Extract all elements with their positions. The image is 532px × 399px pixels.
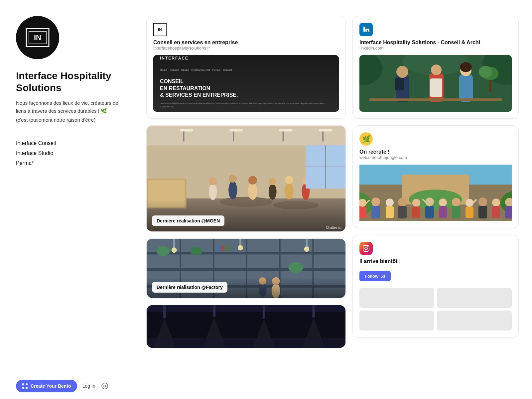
create-bento-button[interactable]: Create Your Bento bbox=[16, 380, 77, 392]
svg-rect-124 bbox=[505, 206, 512, 218]
follow-button[interactable]: Follow 53 bbox=[359, 271, 391, 281]
wtj-image bbox=[359, 165, 512, 221]
linkedin-card[interactable]: Interface Hospitality Solutions - Consei… bbox=[352, 16, 519, 119]
instagram-text-row: Il arrive bientôt ! bbox=[359, 258, 512, 264]
screenshot-nav: Home Conseil Studio Restaurant-vert Perm… bbox=[160, 68, 332, 71]
website-card-url: interfacehospitalitysolutions.fr bbox=[153, 46, 339, 51]
linkedin-header bbox=[359, 23, 512, 36]
mgen-caption: Chattez ici bbox=[326, 226, 341, 229]
svg-rect-83 bbox=[395, 78, 404, 90]
website-screenshot: INTERFACE Home Conseil Studio Restaurant… bbox=[153, 55, 339, 112]
sidebar: IN Interface Hospitality Solutions Nous … bbox=[0, 0, 140, 399]
dark-image bbox=[147, 305, 345, 348]
bottom-bar: Create Your Bento Log In bbox=[0, 373, 140, 399]
svg-rect-68 bbox=[163, 305, 166, 318]
svg-point-111 bbox=[425, 198, 434, 206]
nav-studio[interactable]: Interface Studio bbox=[16, 150, 124, 156]
svg-text:IN: IN bbox=[34, 33, 41, 42]
svg-rect-6 bbox=[26, 387, 28, 389]
instagram-grid bbox=[359, 288, 512, 331]
svg-rect-118 bbox=[466, 206, 473, 218]
company-name: Interface Hospitality Solutions bbox=[16, 70, 124, 94]
svg-rect-110 bbox=[412, 206, 420, 218]
instagram-icon bbox=[359, 242, 373, 255]
linkedin-card-url: linkedin.com bbox=[359, 46, 512, 51]
login-link[interactable]: Log In bbox=[82, 383, 95, 389]
create-bento-label: Create Your Bento bbox=[31, 383, 71, 389]
svg-point-105 bbox=[386, 199, 394, 206]
svg-rect-67 bbox=[147, 305, 345, 312]
instagram-grid-item-3 bbox=[359, 311, 434, 331]
factory-card[interactable]: Dernière réalisation @Factory bbox=[146, 238, 346, 298]
svg-point-89 bbox=[460, 62, 472, 72]
svg-rect-70 bbox=[263, 305, 265, 319]
left-column: IN Conseil en services en entreprise int… bbox=[146, 16, 346, 383]
follow-label: Follow bbox=[365, 274, 378, 279]
svg-rect-90 bbox=[369, 98, 502, 101]
svg-point-8 bbox=[104, 385, 106, 387]
linkedin-card-title: Interface Hospitality Solutions - Consei… bbox=[359, 40, 512, 46]
svg-point-113 bbox=[439, 199, 447, 206]
factory-label: Dernière réalisation @Factory bbox=[152, 282, 227, 293]
wtj-icon: 🌿 bbox=[359, 132, 373, 146]
right-column: Interface Hospitality Solutions - Consei… bbox=[352, 16, 519, 383]
svg-rect-112 bbox=[425, 206, 434, 218]
website-card-title: Conseil en services en entreprise bbox=[153, 40, 339, 46]
divider bbox=[16, 132, 82, 132]
svg-point-119 bbox=[478, 198, 487, 206]
svg-point-132 bbox=[365, 247, 367, 250]
website-card[interactable]: IN Conseil en services en entreprise int… bbox=[146, 16, 346, 119]
svg-rect-116 bbox=[452, 206, 461, 218]
card-logo: IN bbox=[153, 23, 167, 36]
svg-rect-5 bbox=[22, 387, 24, 389]
mgen-card[interactable]: Dernière réalisation @MGEN Chattez ici bbox=[146, 125, 346, 232]
follow-count: 53 bbox=[380, 274, 385, 279]
svg-rect-87 bbox=[459, 74, 473, 102]
svg-rect-108 bbox=[398, 206, 407, 218]
company-sub-description: (c'est totalement notre raison d'être) bbox=[16, 117, 124, 123]
svg-rect-102 bbox=[359, 206, 366, 218]
screenshot-body: Interface accomplit la résolution des im… bbox=[160, 102, 332, 108]
svg-rect-104 bbox=[371, 206, 380, 218]
svg-rect-106 bbox=[386, 206, 394, 218]
screenshot-brand: INTERFACE bbox=[160, 56, 189, 61]
wtj-card-url: welcometothejungle.com bbox=[359, 155, 512, 160]
svg-point-103 bbox=[371, 198, 380, 206]
svg-rect-71 bbox=[312, 305, 315, 318]
screenshot-heading: CONSEILEN RESTAURATION& SERVICES EN ENTR… bbox=[160, 78, 332, 99]
svg-point-133 bbox=[367, 246, 368, 247]
svg-rect-4 bbox=[26, 383, 28, 385]
svg-point-82 bbox=[396, 66, 408, 78]
svg-point-115 bbox=[452, 198, 461, 206]
instagram-grid-item-4 bbox=[437, 311, 512, 331]
instagram-card[interactable]: Il arrive bientôt ! Follow 53 bbox=[352, 235, 519, 337]
instagram-grid-item-2 bbox=[437, 288, 512, 308]
navigation: Interface Conseil Interface Studio Perma… bbox=[16, 140, 124, 166]
company-description: Nous façonnons des lieux de vie, créateu… bbox=[16, 99, 124, 115]
nav-perma[interactable]: Perma* bbox=[16, 160, 124, 166]
svg-rect-120 bbox=[478, 206, 487, 218]
mgen-label: Dernière réalisation @MGEN bbox=[152, 215, 224, 226]
instagram-grid-item-1 bbox=[359, 288, 434, 308]
instagram-header bbox=[359, 242, 512, 255]
svg-rect-114 bbox=[439, 206, 447, 218]
linkedin-image bbox=[359, 55, 512, 112]
nav-conseil[interactable]: Interface Conseil bbox=[16, 140, 124, 146]
wtj-card-title: On recrute ! bbox=[359, 149, 512, 155]
svg-rect-86 bbox=[430, 78, 442, 97]
svg-rect-76 bbox=[147, 338, 345, 348]
bottom-dark-card[interactable] bbox=[146, 305, 346, 348]
wtj-card[interactable]: 🌿 On recrute ! welcometothejungle.com bbox=[352, 125, 519, 228]
bento-icon bbox=[22, 383, 28, 389]
svg-point-93 bbox=[479, 66, 492, 78]
svg-point-121 bbox=[492, 199, 500, 206]
card-header: IN bbox=[153, 23, 339, 36]
svg-point-107 bbox=[398, 198, 407, 206]
instagram-card-title: Il arrive bientôt ! bbox=[359, 258, 512, 264]
settings-icon[interactable] bbox=[101, 382, 109, 390]
svg-rect-122 bbox=[492, 206, 500, 218]
linkedin-icon bbox=[359, 23, 373, 36]
svg-rect-3 bbox=[22, 383, 24, 385]
wtj-header: 🌿 bbox=[359, 132, 512, 146]
main-content: IN Conseil en services en entreprise int… bbox=[140, 0, 532, 399]
